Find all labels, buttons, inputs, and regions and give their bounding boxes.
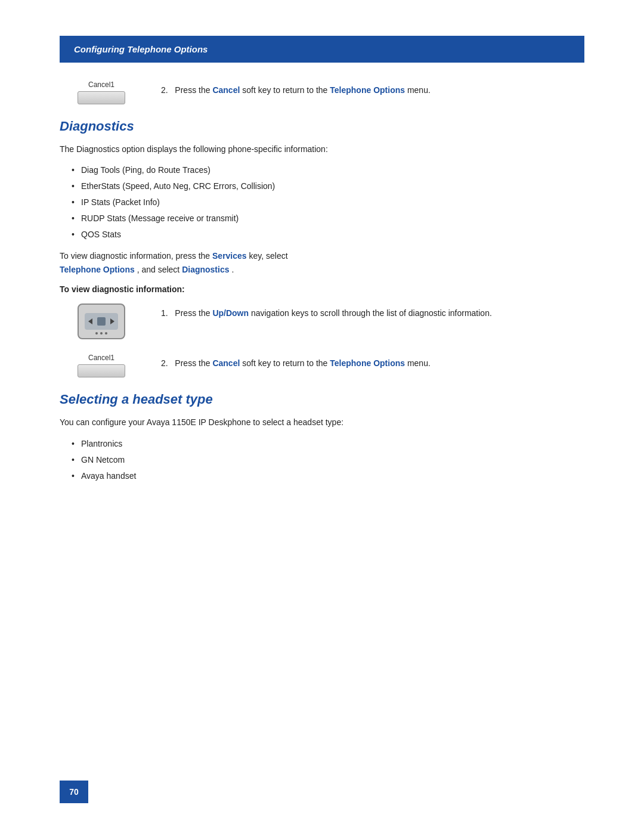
cancel-link-diag: Cancel — [212, 358, 240, 368]
top-step2-row: Cancel1 2. Press the Cancel soft key to … — [60, 80, 584, 104]
cancel-button-image-top: Cancel1 — [60, 80, 143, 104]
step1-press: Press the — [175, 308, 212, 318]
step2-cancel-link-top: Cancel — [212, 85, 240, 95]
cancel-label-diag: Cancel1 — [88, 354, 114, 362]
header-banner: Configuring Telephone Options — [60, 36, 584, 63]
cancel-rect-diag — [78, 364, 125, 377]
cancel-button-image-diag: Cancel1 — [60, 354, 143, 377]
headset-bullet-list: Plantronics GN Netcom Avaya handset — [72, 438, 584, 482]
diagnostics-heading: Diagnostics — [60, 119, 584, 134]
list-item: Plantronics — [72, 438, 584, 450]
step2-softkey-diag: soft key to return to the — [242, 358, 330, 368]
nav-arrow-left-icon — [88, 318, 92, 324]
step2-menu-top: menu. — [407, 85, 431, 95]
diag-step2-text: 2. Press the Cancel soft key to return t… — [161, 354, 584, 370]
diag-step1-text: 1. Press the Up/Down navigation keys to … — [161, 304, 584, 320]
nav-dot — [95, 332, 98, 335]
list-item: Diag Tools (Ping, do Route Traces) — [72, 164, 584, 176]
headset-heading: Selecting a headset type — [60, 392, 584, 407]
top-step2-text: 2. Press the Cancel soft key to return t… — [161, 80, 584, 97]
page-number: 70 — [69, 787, 79, 797]
telephone-options-link: Telephone Options — [60, 265, 135, 274]
diagnostics-view-intro: To view diagnostic information, press th… — [60, 249, 584, 276]
services-link: Services — [212, 251, 247, 261]
diag-step2-row: Cancel1 2. Press the Cancel soft key to … — [60, 354, 584, 377]
diagnostics-section: Diagnostics The Diagnostics option displ… — [60, 119, 584, 377]
nav-arrow-right-icon — [110, 318, 114, 324]
diagnostics-intro: The Diagnostics option displays the foll… — [60, 143, 584, 156]
list-item: GN Netcom — [72, 454, 584, 466]
list-item: RUDP Stats (Message receive or transmit) — [72, 212, 584, 225]
cancel-rect-top — [78, 91, 125, 104]
step2-softkey-top: soft key to return to the — [242, 85, 330, 95]
step2-press-top: Press the — [175, 85, 212, 95]
list-item: EtherStats (Speed, Auto Neg, CRC Errors,… — [72, 180, 584, 193]
list-item: Avaya handset — [72, 470, 584, 482]
headset-intro: You can configure your Avaya 1150E IP De… — [60, 416, 584, 429]
page-number-box: 70 — [60, 781, 88, 803]
nav-phone-image — [60, 304, 143, 339]
step2-number-top: 2. — [161, 85, 172, 95]
diagnostics-sub-heading: To view diagnostic information: — [60, 284, 584, 294]
step2-menu-diag: menu. — [407, 358, 431, 368]
header-banner-text: Configuring Telephone Options — [74, 44, 208, 54]
step2-press-diag: Press the — [175, 358, 212, 368]
diag-step1-row: 1. Press the Up/Down navigation keys to … — [60, 304, 584, 339]
step2-options-link-top: Telephone Options — [330, 85, 405, 95]
list-item: QOS Stats — [72, 228, 584, 241]
diagnostics-link: Diagnostics — [182, 265, 229, 274]
step1-number: 1. — [161, 308, 172, 318]
diagnostics-bullet-list: Diag Tools (Ping, do Route Traces) Ether… — [72, 164, 584, 241]
tel-options-link-diag: Telephone Options — [330, 358, 405, 368]
cancel-label-top: Cancel1 — [88, 80, 114, 89]
headset-section: Selecting a headset type You can configu… — [60, 392, 584, 482]
step2-number-diag: 2. — [161, 358, 172, 368]
nav-dot — [105, 332, 107, 335]
page-container: Configuring Telephone Options Cancel1 2.… — [0, 0, 644, 833]
step1-nav-text: navigation keys to scroll through the li… — [251, 308, 492, 318]
list-item: IP Stats (Packet Info) — [72, 196, 584, 209]
view-intro-part1: To view diagnostic information, press th… — [60, 251, 212, 261]
view-intro-part2: key, select — [249, 251, 288, 261]
view-intro-end: . — [231, 265, 234, 274]
updown-link: Up/Down — [212, 308, 249, 318]
nav-dot — [100, 332, 103, 335]
nav-center-btn — [97, 317, 106, 326]
view-intro-part3: , and select — [137, 265, 182, 274]
